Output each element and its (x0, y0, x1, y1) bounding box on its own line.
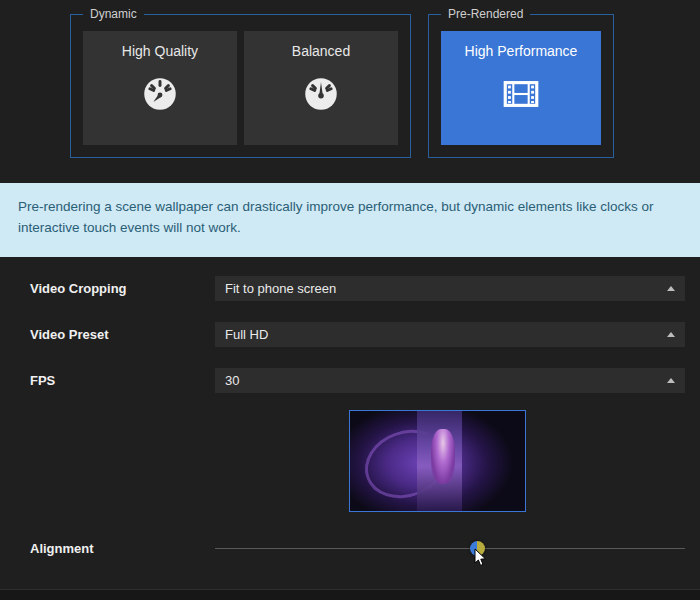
video-cropping-dropdown[interactable]: Fit to phone screen (215, 276, 685, 301)
video-preset-label: Video Preset (30, 327, 109, 342)
fps-dropdown[interactable]: 30 (215, 368, 685, 393)
video-cropping-label: Video Cropping (30, 281, 127, 296)
dynamic-group: Dynamic High Quality (70, 14, 411, 158)
film-icon (500, 73, 542, 118)
chevron-up-icon (667, 378, 675, 383)
gauge-icon (139, 73, 181, 118)
dynamic-group-legend: Dynamic (83, 7, 144, 21)
prerender-notice-text: Pre-rendering a scene wallpaper can dras… (18, 197, 658, 239)
preview-character-art (431, 429, 456, 484)
balanced-button[interactable]: Balanced (244, 31, 398, 145)
video-preset-value: Full HD (225, 327, 268, 342)
alignment-label: Alignment (30, 541, 94, 556)
fps-label: FPS (30, 373, 55, 388)
chevron-up-icon (667, 332, 675, 337)
export-settings-panel: Dynamic High Quality (0, 0, 700, 600)
prerendered-group: Pre-Rendered High Performance (428, 14, 614, 158)
high-quality-button[interactable]: High Quality (83, 31, 237, 145)
alignment-slider-handle[interactable] (470, 541, 485, 556)
balanced-label: Balanced (292, 43, 350, 59)
prerender-notice: Pre-rendering a scene wallpaper can dras… (0, 183, 700, 257)
video-preset-dropdown[interactable]: Full HD (215, 322, 685, 347)
gauge-icon (300, 73, 342, 118)
high-performance-button[interactable]: High Performance (441, 31, 601, 145)
high-quality-label: High Quality (122, 43, 198, 59)
high-performance-label: High Performance (465, 43, 578, 59)
fps-value: 30 (225, 373, 239, 388)
bottom-bar (0, 589, 700, 600)
alignment-slider-track[interactable] (215, 548, 685, 549)
video-cropping-value: Fit to phone screen (225, 281, 336, 296)
prerendered-group-legend: Pre-Rendered (441, 7, 530, 21)
wallpaper-preview-thumbnail (349, 410, 526, 512)
chevron-up-icon (667, 286, 675, 291)
